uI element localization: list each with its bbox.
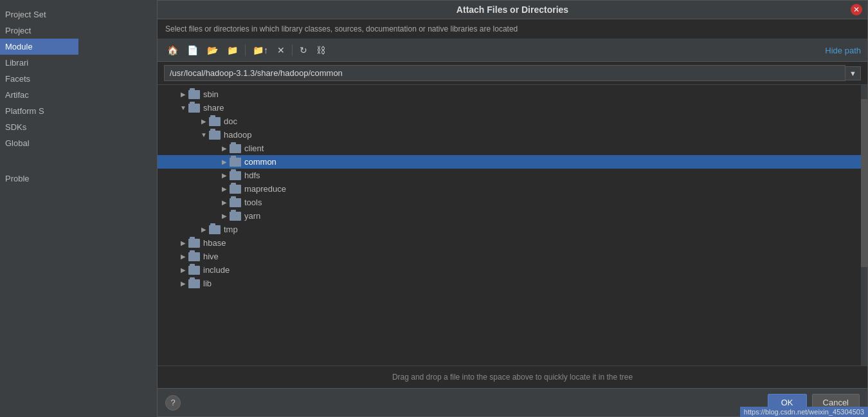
folder-icon-hive [188,252,200,261]
folder-icon-client [230,144,241,153]
tree-item-hbase[interactable]: ▶ hbase [158,236,867,250]
label-hive: hive [203,252,219,261]
arrow-doc: ▶ [199,118,209,125]
label-tools: tools [244,198,262,207]
tree-item-lib[interactable]: ▶ lib [158,277,867,290]
new-file-button[interactable]: 📄 [184,43,201,57]
folder-icon-mapreduce [230,185,241,194]
tree-item-client[interactable]: ▶ client [158,142,867,155]
arrow-lib: ▶ [178,280,188,287]
folder-icon-hbase [188,239,200,248]
dialog-toolbar: 🏠 📄 📂 📁 📁↑ ✕ ↻ ⛓ [158,39,867,62]
label-hbase: hbase [203,238,226,248]
refresh-button[interactable]: ↻ [296,43,311,57]
tree-item-common[interactable]: ▶ common [158,155,867,169]
dialog-overlay: Attach Files or Directories ✕ Select fil… [78,0,868,417]
delete-button[interactable]: ✕ [274,43,288,57]
status-bar: https://blog.csdn.net/weixin_45304503 [740,407,868,417]
arrow-hadoop: ▼ [199,131,209,138]
move-up-button[interactable]: 📁↑ [249,43,271,57]
help-button[interactable]: ? [165,395,181,411]
label-doc: doc [224,116,237,126]
sidebar: Project Set Project Module Librari Facet… [0,0,78,417]
folder-icon-sbin [188,90,200,99]
open-folder-icon: 📂 [207,45,218,55]
file-tree[interactable]: ▶ sbin ▼ share ▶ doc ▼ [158,85,867,366]
sidebar-item-project[interactable]: Project [0,23,78,39]
scrollbar-thumb[interactable] [861,99,867,268]
sidebar-item-global[interactable]: Global [0,135,78,151]
arrow-include: ▶ [178,266,188,273]
status-url: https://blog.csdn.net/weixin_45304503 [744,408,864,416]
tree-item-mapreduce[interactable]: ▶ mapreduce [158,182,867,196]
move-up-icon: 📁↑ [253,45,268,55]
tree-item-hdfs[interactable]: ▶ hdfs [158,169,867,182]
arrow-mapreduce: ▶ [219,185,230,192]
folder-icon-hadoop [209,131,221,140]
folder-icon-include [188,266,200,275]
arrow-tools: ▶ [219,199,230,206]
folder-icon-yarn [230,212,241,221]
folder-icon-common [230,158,241,167]
label-lib: lib [203,279,212,288]
label-hdfs: hdfs [244,171,260,180]
dialog-bottom: Drag and drop a file into the space abov… [158,366,867,388]
drag-hint: Drag and drop a file into the space abov… [165,370,860,384]
path-input[interactable] [164,65,845,81]
tree-item-tmp[interactable]: ▶ tmp [158,223,867,236]
tree-item-hadoop[interactable]: ▼ hadoop [158,128,867,142]
tree-item-share[interactable]: ▼ share [158,101,867,115]
scrollbar-track[interactable] [861,85,867,366]
dialog-title: Attach Files or Directories [457,5,568,15]
sidebar-item-project-settings[interactable]: Project Set [0,6,78,23]
arrow-hbase: ▶ [178,239,188,246]
label-client: client [244,144,264,153]
add-folder-icon: 📁 [227,45,238,55]
refresh-icon: ↻ [300,45,307,55]
sidebar-item-problems[interactable]: Proble [0,171,78,187]
label-include: include [203,265,230,275]
folder-icon-lib [188,279,200,288]
arrow-yarn: ▶ [219,212,230,219]
toolbar-separator-2 [292,44,293,56]
label-tmp: tmp [224,225,238,234]
folder-icon-share [188,104,200,113]
link-button[interactable]: ⛓ [313,43,329,57]
sidebar-item-sdks[interactable]: SDKs [0,119,78,135]
open-folder-button[interactable]: 📂 [204,43,221,57]
label-mapreduce: mapreduce [244,184,286,194]
path-row: ▼ [158,62,867,85]
tree-item-tools[interactable]: ▶ tools [158,196,867,209]
sidebar-item-facets[interactable]: Facets [0,71,78,87]
arrow-sbin: ▶ [178,91,188,98]
folder-icon-tools [230,198,241,207]
home-icon: 🏠 [167,45,178,55]
dialog-title-bar: Attach Files or Directories ✕ [158,1,867,19]
sidebar-item-artifacts[interactable]: Artifac [0,87,78,103]
tree-item-hive[interactable]: ▶ hive [158,250,867,263]
folder-icon-doc [209,117,221,126]
hide-path-button[interactable]: Hide path [825,46,861,55]
arrow-share: ▼ [178,104,188,111]
tree-item-sbin[interactable]: ▶ sbin [158,88,867,101]
sidebar-item-libraries[interactable]: Librari [0,55,78,71]
sidebar-item-modules[interactable]: Module [0,39,78,55]
attach-files-dialog: Attach Files or Directories ✕ Select fil… [157,0,868,417]
label-sbin: sbin [203,89,219,99]
label-hadoop: hadoop [224,130,251,140]
delete-icon: ✕ [277,45,285,55]
arrow-tmp: ▶ [199,226,209,233]
path-dropdown-button[interactable]: ▼ [845,66,861,80]
toolbar-separator-1 [245,44,246,56]
new-file-icon: 📄 [187,45,198,55]
link-icon: ⛓ [316,45,325,55]
tree-item-doc[interactable]: ▶ doc [158,115,867,128]
home-button[interactable]: 🏠 [164,43,181,57]
label-common: common [244,157,276,167]
arrow-hive: ▶ [178,253,188,260]
add-folder-button[interactable]: 📁 [224,43,241,57]
close-button[interactable]: ✕ [851,4,862,15]
tree-item-include[interactable]: ▶ include [158,263,867,277]
sidebar-item-platform-settings[interactable]: Platform S [0,103,78,119]
tree-item-yarn[interactable]: ▶ yarn [158,209,867,223]
